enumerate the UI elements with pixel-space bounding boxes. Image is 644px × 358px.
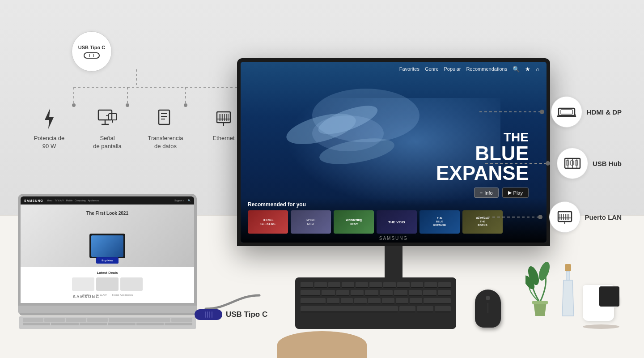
usbhub-label: USB Hub bbox=[593, 160, 622, 167]
usbc-connector-icon bbox=[195, 309, 222, 320]
features-row: Potencia de90 W Señalde pantalla bbox=[27, 107, 246, 150]
rec-card-blue-expanse[interactable]: THEBLUEEXPANSE bbox=[419, 210, 460, 234]
key bbox=[438, 290, 451, 296]
laptop-hero-text: The First Look 2021 bbox=[86, 211, 128, 216]
key bbox=[438, 282, 451, 288]
port-usbhub-row: USB Hub bbox=[485, 148, 622, 179]
key bbox=[365, 290, 378, 296]
key bbox=[327, 298, 339, 304]
key bbox=[23, 323, 51, 325]
key-spacebar bbox=[301, 306, 398, 312]
mouse[interactable] bbox=[475, 290, 501, 328]
lan-dotted-line-svg bbox=[478, 213, 545, 222]
transfer-label: Transferenciade datos bbox=[148, 134, 183, 150]
laptop-tab-3[interactable]: Home Appliances bbox=[112, 294, 133, 296]
svg-point-49 bbox=[538, 215, 542, 219]
usbc-bottom-label: USB Tipo C bbox=[226, 310, 267, 319]
usbc-line bbox=[207, 311, 208, 318]
key bbox=[409, 290, 422, 296]
laptop-keyboard bbox=[19, 316, 196, 329]
key bbox=[171, 318, 192, 322]
feature-signal: Señalde pantalla bbox=[85, 107, 130, 150]
key bbox=[369, 282, 382, 288]
monitor-action-buttons: ≡ Info ▶ Play bbox=[436, 188, 529, 198]
monitor-nav: Favorites Genre Popular Recommendations … bbox=[241, 62, 547, 76]
svg-point-36 bbox=[540, 110, 544, 114]
key bbox=[351, 290, 364, 296]
monitor-nav-genre[interactable]: Genre bbox=[425, 66, 439, 72]
key bbox=[368, 298, 381, 304]
key bbox=[165, 323, 192, 325]
key bbox=[44, 318, 65, 322]
power-label: Potencia de90 W bbox=[34, 134, 65, 150]
monitor-nav-popular[interactable]: Popular bbox=[444, 66, 461, 72]
key bbox=[435, 306, 451, 312]
svg-rect-11 bbox=[98, 110, 112, 120]
key bbox=[322, 290, 335, 296]
svg-point-7 bbox=[126, 103, 129, 107]
svg-rect-17 bbox=[159, 110, 169, 124]
monitor-home-icon[interactable]: ⌂ bbox=[536, 66, 539, 72]
svg-rect-46 bbox=[571, 161, 573, 165]
rec-card-thrill[interactable]: THRILLSEEKERS bbox=[248, 210, 288, 234]
key bbox=[380, 290, 393, 296]
laptop-screen: SAMSUNG Menu TV & A/V Mobile Computing A… bbox=[18, 194, 197, 306]
key-tab bbox=[301, 290, 320, 296]
svg-point-40 bbox=[546, 161, 550, 166]
laptop-screen-inner: SAMSUNG Menu TV & A/V Mobile Computing A… bbox=[21, 196, 194, 303]
key bbox=[394, 290, 407, 296]
lan-label: Puerto LAN bbox=[585, 213, 622, 221]
svg-rect-14 bbox=[109, 114, 117, 120]
key bbox=[410, 298, 422, 304]
rec-card-void[interactable]: THE VOID bbox=[377, 210, 417, 234]
monitor-nav-recommendations[interactable]: Recommendations bbox=[466, 66, 507, 72]
laptop-stand bbox=[19, 313, 196, 315]
monitor-star-icon[interactable]: ★ bbox=[525, 66, 530, 72]
monitor-search-icon[interactable]: 🔍 bbox=[513, 66, 520, 72]
usbhub-circle bbox=[557, 148, 588, 179]
bottle-svg bbox=[559, 262, 577, 320]
usbc-line bbox=[212, 311, 212, 318]
monitor-neck bbox=[385, 246, 402, 282]
rec-card-wandering[interactable]: WanderingHeart bbox=[334, 210, 374, 234]
key bbox=[342, 282, 354, 288]
mouse-divider bbox=[488, 303, 488, 313]
plant-svg bbox=[525, 262, 555, 320]
key bbox=[341, 298, 353, 304]
laptop-container: SAMSUNG Menu TV & A/V Mobile Computing A… bbox=[18, 194, 197, 329]
lan-icon bbox=[556, 210, 574, 224]
laptop-deals-title: Latest Deals bbox=[24, 271, 191, 275]
laptop-card-2 bbox=[96, 277, 119, 291]
monitor-info-button[interactable]: ≡ Info bbox=[474, 188, 499, 198]
key bbox=[354, 298, 367, 304]
usbc-bottom-connector: USB Tipo C bbox=[195, 309, 267, 320]
signal-icon bbox=[96, 107, 119, 130]
key-caps bbox=[301, 298, 326, 304]
transfer-icon bbox=[154, 107, 177, 130]
small-black-box bbox=[599, 286, 619, 307]
svg-point-6 bbox=[72, 103, 76, 107]
laptop-content: Latest Deals Display TV & A/V Home Appli… bbox=[21, 267, 194, 300]
key bbox=[336, 290, 349, 296]
usbhub-icon bbox=[563, 155, 582, 172]
key bbox=[417, 306, 433, 312]
key bbox=[399, 306, 415, 312]
svg-rect-63 bbox=[565, 264, 571, 271]
key bbox=[396, 298, 408, 304]
hdmi-icon bbox=[557, 106, 576, 118]
glass-bottle bbox=[559, 262, 577, 322]
key bbox=[424, 282, 437, 288]
svg-rect-47 bbox=[575, 161, 578, 165]
rec-card-spirit[interactable]: SPIRITMIST bbox=[291, 210, 331, 234]
svg-point-8 bbox=[184, 103, 187, 107]
monitor-nav-favorites[interactable]: Favorites bbox=[399, 66, 419, 72]
ethernet-label: Ethernet bbox=[212, 134, 234, 142]
laptop-base bbox=[18, 306, 197, 313]
laptop-nav-items: Menu TV & A/V Mobile Computing Appliance… bbox=[47, 199, 99, 202]
laptop-nav: SAMSUNG Menu TV & A/V Mobile Computing A… bbox=[21, 196, 194, 205]
monitor-play-button[interactable]: ▶ Play bbox=[502, 188, 529, 198]
monitor-title-the: THE bbox=[436, 131, 529, 144]
chair bbox=[277, 331, 367, 358]
keyboard bbox=[295, 277, 456, 329]
key bbox=[23, 318, 43, 322]
